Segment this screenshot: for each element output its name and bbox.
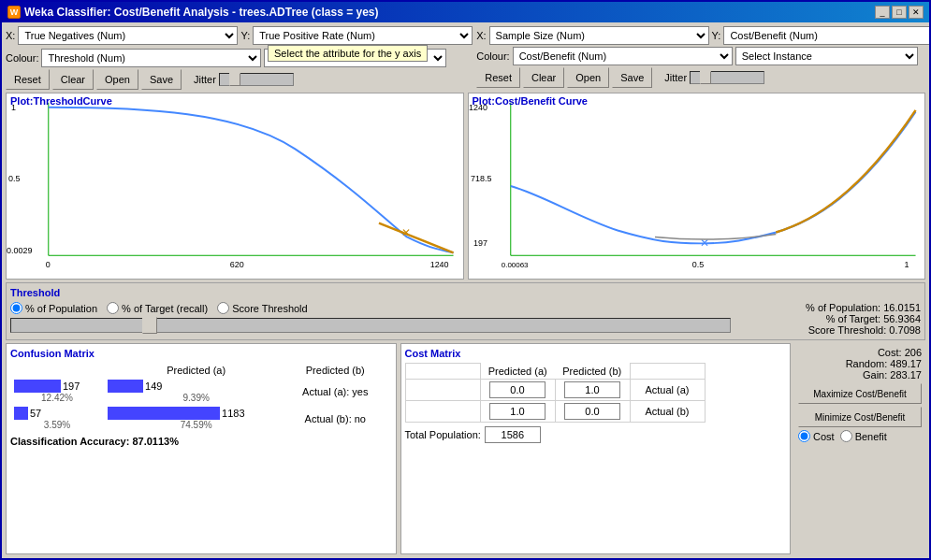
conf-r2-c1-pct: 3.59% xyxy=(14,420,100,430)
threshold-controls: % of Population % of Target (recall) Sco… xyxy=(10,302,796,314)
right-select-instance[interactable]: Select Instance xyxy=(735,47,918,65)
threshold-population-label: % of Population xyxy=(25,303,97,314)
threshold-population-option[interactable]: % of Population xyxy=(10,302,97,314)
threshold-title: Threshold xyxy=(10,287,921,298)
cost-row1: Actual (a) xyxy=(405,379,705,400)
svg-text:1240: 1240 xyxy=(430,260,449,269)
right-btn-row: Reset Clear Open Save Jitter xyxy=(476,67,929,88)
right-reset-button[interactable]: Reset xyxy=(476,67,520,88)
cost-r1-c1-input[interactable] xyxy=(489,381,546,398)
left-jitter-slider[interactable] xyxy=(219,73,294,86)
plots-row: Plot:ThresholdCurve 1 0.5 0.0029 0 620 1… xyxy=(6,93,925,280)
left-btn-row: Reset Clear Open Save Jitter xyxy=(6,69,473,90)
right-save-button[interactable]: Save xyxy=(612,67,652,88)
threshold-score-option[interactable]: Score Threshold xyxy=(217,302,308,314)
cost-radio-option[interactable]: Cost xyxy=(798,430,835,442)
threshold-population-radio[interactable] xyxy=(10,302,22,314)
right-colour-select[interactable]: Cost/Benefit (Num) xyxy=(513,47,733,65)
y-axis-tooltip: Select the attribute for the y axis xyxy=(268,45,428,62)
cost-row2-label: Actual (b) xyxy=(630,400,705,422)
benefit-radio-option[interactable]: Benefit xyxy=(840,430,887,442)
left-clear-button[interactable]: Clear xyxy=(52,69,94,90)
left-plot[interactable]: Plot:ThresholdCurve 1 0.5 0.0029 0 620 1… xyxy=(6,93,464,280)
left-open-button[interactable]: Open xyxy=(96,69,138,90)
right-clear-button[interactable]: Clear xyxy=(523,67,564,88)
conf-r1-c1-bar-container: 197 xyxy=(14,380,100,393)
threshold-score-label: Score Threshold xyxy=(232,303,308,314)
threshold-target-radio[interactable] xyxy=(107,302,119,314)
right-open-button[interactable]: Open xyxy=(567,67,609,88)
minimize-cost-benefit-button[interactable]: Minimize Cost/Benefit xyxy=(798,407,922,427)
left-save-button[interactable]: Save xyxy=(141,69,182,90)
total-population-input[interactable] xyxy=(485,426,541,443)
cost-stats-values: Cost: 206 Random: 489.17 Gain: 283.17 xyxy=(798,347,922,381)
left-x-select[interactable]: True Negatives (Num) xyxy=(18,26,238,45)
left-jitter-thumb[interactable] xyxy=(229,73,240,86)
conf-col2-header: Predicted (b) xyxy=(288,363,382,378)
main-window: W Weka Classifier: Cost/Benefit Analysis… xyxy=(0,0,931,560)
threshold-slider-thumb[interactable] xyxy=(142,317,157,334)
left-panel-controls: X: True Negatives (Num) Y: True Positive… xyxy=(6,26,473,90)
right-xy-row: X: Sample Size (Num) Y: Cost/Benefit (Nu… xyxy=(476,26,929,45)
threshold-population-value: 16.0151 xyxy=(883,302,921,313)
conf-r1-c1-pct: 12.42% xyxy=(14,393,100,403)
maximize-cost-benefit-button[interactable]: Maximize Cost/Benefit xyxy=(798,383,922,404)
conf-r2-c2-val: 1183 xyxy=(222,408,244,419)
right-y-label: Y: xyxy=(712,30,721,41)
threshold-target-label: % of Target (recall) xyxy=(122,303,208,314)
conf-col1-header: Predicted (a) xyxy=(104,363,288,378)
cost-radio[interactable] xyxy=(798,430,810,442)
right-plot[interactable]: Plot:Cost/Benefit Curve 1240 718.5 197 0… xyxy=(468,93,926,280)
threshold-score-radio[interactable] xyxy=(217,302,229,314)
threshold-population-stat: % of Population: 16.0151 xyxy=(806,302,921,313)
conf-r2-c1-val: 57 xyxy=(30,408,41,419)
benefit-radio[interactable] xyxy=(840,430,852,442)
right-jitter-label: Jitter xyxy=(664,72,687,83)
conf-r1-c2-pct: 9.39% xyxy=(108,393,284,403)
right-plot-svg: 1240 718.5 197 0.00063 0.5 1 ✕ xyxy=(469,93,925,279)
threshold-target-option[interactable]: % of Target (recall) xyxy=(107,302,208,314)
threshold-stats: % of Population: 16.0151 % of Target: 56… xyxy=(796,302,921,336)
conf-r1-c1-bar xyxy=(14,380,61,393)
confusion-row2: 57 3.59% 1183 74.59% Actual (b): no xyxy=(10,405,392,432)
right-jitter-slider[interactable] xyxy=(690,71,764,84)
cost-r1-c2-input[interactable] xyxy=(564,381,620,398)
minimize-button[interactable]: _ xyxy=(875,6,890,19)
cost-r2-c1-input[interactable] xyxy=(489,403,546,420)
bottom-row: Confusion Matrix Predicted (a) Predicted… xyxy=(6,343,925,554)
right-colour-label: Colour: xyxy=(476,50,509,62)
benefit-radio-label: Benefit xyxy=(855,431,887,442)
right-colour-row: Colour: Cost/Benefit (Num) Select Instan… xyxy=(476,47,929,65)
cost-value: 206 xyxy=(905,347,922,358)
left-jitter-label: Jitter xyxy=(194,74,216,85)
left-x-label: X: xyxy=(6,30,15,41)
conf-r2-c1-bar-container: 57 xyxy=(14,407,100,420)
confusion-title: Confusion Matrix xyxy=(10,348,392,359)
right-x-label: X: xyxy=(476,30,486,41)
conf-row1-label: Actual (a): yes xyxy=(288,378,382,405)
cost-stats-section: Cost: 206 Random: 489.17 Gain: 283.17 Ma… xyxy=(794,343,925,554)
cost-benefit-radio-group: Cost Benefit xyxy=(798,430,922,442)
title-bar-left: W Weka Classifier: Cost/Benefit Analysis… xyxy=(7,6,379,19)
title-bar: W Weka Classifier: Cost/Benefit Analysis… xyxy=(2,2,929,22)
threshold-section: Threshold % of Population % of Target (r… xyxy=(6,282,925,340)
window-title: Weka Classifier: Cost/Benefit Analysis -… xyxy=(24,6,379,19)
close-button[interactable]: ✕ xyxy=(909,6,924,19)
right-x-select[interactable]: Sample Size (Num) xyxy=(489,26,709,45)
svg-text:0.00063: 0.00063 xyxy=(501,261,528,269)
threshold-target-stat: % of Target: 56.9364 xyxy=(806,313,921,324)
maximize-button[interactable]: □ xyxy=(892,6,907,19)
conf-r1-c1-val: 197 xyxy=(63,381,80,392)
right-jitter-thumb[interactable] xyxy=(700,71,711,84)
cost-r2-c2-input[interactable] xyxy=(564,403,620,420)
confusion-section: Confusion Matrix Predicted (a) Predicted… xyxy=(6,343,397,554)
cost-title: Cost Matrix xyxy=(405,348,787,359)
left-colour-select[interactable]: Threshold (Num) xyxy=(41,49,261,67)
left-y-select[interactable]: True Positive Rate (Num) xyxy=(253,26,473,45)
left-reset-button[interactable]: Reset xyxy=(6,69,50,90)
threshold-slider[interactable] xyxy=(10,318,731,333)
total-population-row: Total Population: xyxy=(405,426,787,443)
svg-text:0.5: 0.5 xyxy=(691,260,703,269)
cost-row2: Actual (b) xyxy=(405,400,705,422)
right-y-select[interactable]: Cost/Benefit (Num) xyxy=(723,26,929,45)
